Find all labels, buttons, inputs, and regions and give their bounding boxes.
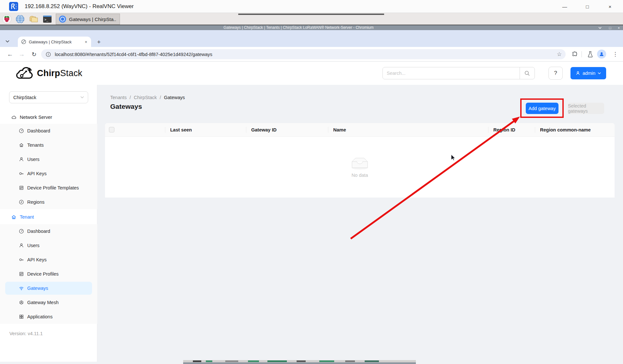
svg-text:>_: >_	[44, 18, 49, 22]
sidebar-group-tenant[interactable]: Tenant	[0, 210, 97, 223]
column-header-name: Name	[328, 123, 488, 136]
tenant-select[interactable]: ChirpStack	[9, 91, 88, 103]
vnc-maximize-button[interactable]: □	[578, 0, 596, 13]
table-header-spacer	[124, 123, 165, 136]
brand-wordmark: ChirpStack	[37, 62, 82, 85]
new-tab-button[interactable]: +	[95, 38, 103, 46]
vnc-close-button[interactable]: ×	[601, 0, 619, 13]
column-header-gateway-id: Gateway ID	[246, 123, 328, 136]
sidebar-tenant-items: Dashboard Users API Keys Device Profiles…	[0, 224, 97, 324]
user-menu-button[interactable]: admin	[570, 67, 606, 79]
sidebar-item-ns-dashboard[interactable]: Dashboard	[0, 124, 97, 138]
tab-search-button[interactable]	[3, 37, 12, 45]
sidebar-group-label: Network Server	[20, 115, 52, 120]
sidebar-item-label: Tenants	[27, 142, 44, 148]
sidebar-item-ns-api-keys[interactable]: API Keys	[0, 166, 97, 181]
chromium-minimize-button[interactable]	[596, 25, 604, 30]
brand-chirp: Chirp	[37, 68, 60, 78]
chromium-close-button[interactable]: ×	[615, 25, 622, 30]
key-icon	[19, 257, 24, 262]
url-bar[interactable]: localhost:8080/#/tenants/52f14cd4-c6f1-4…	[41, 49, 566, 59]
sidebar-item-label: Regions	[27, 199, 44, 205]
compass-icon	[19, 199, 24, 205]
browser-menu-button[interactable]: ⋮	[611, 50, 619, 59]
sidebar-item-label: Users	[27, 243, 40, 248]
sidebar-item-tenant-device-profiles[interactable]: Device Profiles	[0, 267, 97, 281]
sidebar-item-ns-users[interactable]: Users	[0, 152, 97, 166]
sidebar-item-tenant-applications[interactable]: Applications	[0, 310, 97, 324]
background-window-top-edge	[238, 14, 384, 15]
home-icon	[19, 142, 24, 148]
tabstrip: Gateways | ChirpStack × +	[0, 30, 623, 47]
user-menu-label: admin	[582, 71, 595, 76]
sidebar-item-tenant-dashboard[interactable]: Dashboard	[0, 224, 97, 238]
cloud-icon	[11, 115, 17, 120]
user-icon	[599, 51, 604, 57]
user-icon	[576, 71, 580, 75]
sidebar-network-server-items: Dashboard Tenants Users API Keys Device …	[0, 124, 97, 209]
url-text[interactable]: localhost:8080/#/tenants/52f14cd4-c6f1-4…	[55, 52, 212, 57]
chromium-maximize-button[interactable]: □	[606, 25, 614, 30]
breadcrumb-link-chirpstack[interactable]: ChirpStack	[134, 95, 157, 100]
column-header-last-seen: Last seen	[165, 123, 246, 136]
reload-button[interactable]: ↻	[29, 50, 39, 59]
search-input[interactable]	[383, 67, 520, 79]
taskbar-window-label: Gateways | ChirpSta..	[69, 17, 116, 22]
control-sliders-icon	[19, 185, 24, 190]
chevron-down-icon	[80, 96, 84, 98]
chevron-down-icon	[6, 40, 9, 42]
search-button[interactable]	[520, 67, 535, 79]
sidebar-item-ns-regions[interactable]: Regions	[0, 195, 97, 209]
chevron-down-icon	[598, 72, 601, 74]
sidebar-item-tenant-api-keys[interactable]: API Keys	[0, 253, 97, 267]
forward-button[interactable]: →	[17, 50, 27, 59]
background-window-bottom-sliver	[183, 360, 416, 362]
app-grid-icon	[19, 314, 24, 319]
wifi-icon	[19, 286, 24, 291]
no-data-label: No data	[352, 173, 368, 178]
annotation-box	[520, 98, 564, 118]
sidebar-item-label: Gateways	[27, 286, 48, 291]
sidebar-item-label: Gateway Mesh	[27, 300, 59, 305]
chirpstack-logo-icon	[15, 66, 36, 81]
tab-favicon	[21, 39, 26, 44]
terminal-icon[interactable]: >_	[42, 14, 52, 24]
search-icon	[524, 71, 530, 76]
sidebar-group-network-server[interactable]: Network Server	[0, 111, 97, 124]
file-manager-icon[interactable]	[29, 14, 39, 24]
svg-text:C: C	[16, 7, 17, 9]
sidebar-item-tenant-gateway-mesh[interactable]: Gateway Mesh	[0, 295, 97, 310]
bookmark-star-icon[interactable]: ☆	[557, 49, 562, 59]
selected-gateways-button[interactable]: Selected gateways	[568, 103, 604, 114]
vnc-minimize-button[interactable]: —	[556, 0, 574, 13]
sidebar-item-tenant-gateways[interactable]: Gateways	[0, 281, 97, 295]
browser-profile-avatar[interactable]	[597, 50, 606, 59]
puzzle-icon	[571, 51, 578, 57]
global-search	[382, 67, 535, 79]
vnc-screen: VNC 192.168.8.252 (WayVNC) - RealVNC Vie…	[0, 0, 623, 364]
chevron-down-icon	[598, 27, 602, 29]
sidebar-selected-highlight	[5, 282, 92, 295]
sidebar-item-label: Dashboard	[27, 229, 50, 234]
page-title: Gateways	[110, 103, 142, 110]
chrome-labs-button[interactable]	[585, 47, 595, 62]
breadcrumb-link-tenants[interactable]: Tenants	[110, 95, 127, 100]
web-browser-icon[interactable]	[15, 14, 25, 24]
browser-tab[interactable]: Gateways | ChirpStack ×	[18, 37, 91, 47]
dashboard-icon	[19, 229, 24, 234]
sidebar-item-tenant-users[interactable]: Users	[0, 238, 97, 253]
key-icon	[19, 171, 24, 176]
sidebar-item-ns-device-profile-templates[interactable]: Device Profile Templates	[0, 181, 97, 195]
browser-toolbar: ← → ↻ localhost:8080/#/tenants/52f14cd4-…	[0, 47, 623, 62]
page-info-icon[interactable]	[46, 52, 51, 57]
chromium-titlebar: Gateways | ChirpStack | Tenants | ChirpS…	[0, 25, 623, 30]
sidebar-item-label: API Keys	[27, 171, 47, 176]
tab-close-icon[interactable]: ×	[84, 40, 88, 44]
back-button[interactable]: ←	[5, 50, 15, 59]
select-all-checkbox[interactable]	[109, 127, 114, 132]
raspberry-menu-icon[interactable]	[2, 14, 12, 24]
extensions-button[interactable]	[570, 47, 579, 62]
help-button[interactable]: ?	[548, 67, 563, 80]
taskbar-active-window[interactable]: Gateways | ChirpSta..	[56, 14, 120, 25]
sidebar-item-ns-tenants[interactable]: Tenants	[0, 138, 97, 152]
